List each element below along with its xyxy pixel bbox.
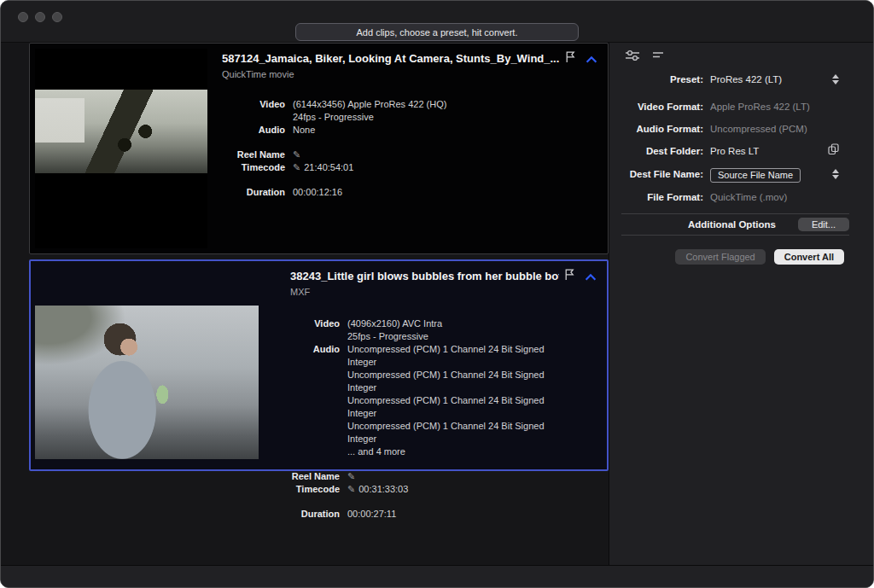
- audio-format-row: Audio Format: Uncompressed (PCM): [609, 121, 873, 137]
- titlebar: Add clips, choose a preset, hit convert.: [1, 1, 873, 42]
- audio-line: Uncompressed (PCM) 1 Channel 24 Bit Sign…: [347, 369, 559, 394]
- video-format-label: Video Format:: [621, 102, 703, 112]
- clip-container-format: QuickTime movie: [222, 69, 560, 79]
- spacer: [222, 137, 560, 148]
- edit-pencil-icon[interactable]: ✎: [293, 148, 300, 161]
- audio-label: Audio: [290, 343, 340, 458]
- clip-card[interactable]: 587124_Jamaica, Biker, Looking At Camera…: [29, 43, 609, 254]
- traffic-lights: [18, 12, 62, 22]
- spacer: [290, 458, 559, 470]
- clip-metadata: Video (6144x3456) Apple ProRes 422 (HQ) …: [222, 98, 560, 199]
- reveal-folder-icon[interactable]: [828, 143, 839, 159]
- edit-pencil-icon[interactable]: ✎: [347, 470, 355, 483]
- sort-list-icon[interactable]: [652, 49, 665, 65]
- dest-file-name-select[interactable]: Source File Name: [710, 168, 801, 183]
- video-label: Video: [290, 317, 340, 343]
- duration-value: 00:00:27:11: [347, 508, 559, 521]
- video-line: (6144x3456) Apple ProRes 422 (HQ): [293, 98, 560, 111]
- file-format-label: File Format:: [621, 192, 703, 202]
- audio-format-label: Audio Format:: [621, 124, 703, 134]
- preset-label: Preset:: [621, 74, 703, 84]
- video-line: 25fps - Progressive: [347, 330, 559, 343]
- inspector-panel: Preset: ProRes 422 (LT) Video Format: Ap…: [609, 42, 873, 565]
- timecode-text: 21:40:54:01: [304, 162, 353, 172]
- clip-list-area: 587124_Jamaica, Biker, Looking At Camera…: [1, 42, 609, 565]
- audio-line: Uncompressed (PCM) 1 Channel 24 Bit Sign…: [347, 394, 559, 420]
- duration-label: Duration: [290, 508, 340, 521]
- audio-label: Audio: [222, 124, 285, 137]
- additional-options-bar: Additional Options Edit...: [621, 213, 849, 236]
- reel-name-value: ✎: [347, 470, 559, 483]
- file-format-value: QuickTime (.mov): [710, 192, 832, 202]
- timecode-value: ✎21:40:54:01: [293, 161, 560, 174]
- close-button[interactable]: [18, 12, 28, 22]
- convert-buttons: Convert Flagged Convert All: [609, 249, 844, 265]
- audio-line: None: [293, 124, 560, 137]
- video-format-row: Video Format: Apple ProRes 422 (LT): [609, 99, 873, 114]
- minimize-button[interactable]: [35, 12, 45, 22]
- video-line: (4096x2160) AVC Intra: [347, 317, 559, 330]
- main-area: 587124_Jamaica, Biker, Looking At Camera…: [1, 42, 873, 565]
- convert-flagged-button[interactable]: Convert Flagged: [675, 249, 765, 265]
- clip-container-format: MXF: [290, 287, 559, 297]
- sliders-icon[interactable]: [625, 49, 640, 65]
- dest-file-name-label: Dest File Name:: [621, 169, 703, 179]
- audio-format-value: Uncompressed (PCM): [710, 124, 832, 134]
- clip-metadata: Video (4096x2160) AVC Intra 25fps - Prog…: [290, 317, 559, 521]
- reel-name-label: Reel Name: [222, 148, 285, 161]
- clip-info: 587124_Jamaica, Biker, Looking At Camera…: [30, 44, 608, 253]
- duration-value: 00:00:12:16: [293, 186, 560, 199]
- inspector-fields: Preset: ProRes 422 (LT) Video Format: Ap…: [609, 43, 873, 205]
- additional-options-label: Additional Options: [688, 219, 776, 230]
- window-bottom-strip: [1, 565, 873, 587]
- reel-name-value: ✎: [293, 148, 560, 161]
- duration-label: Duration: [222, 186, 285, 199]
- edit-button[interactable]: Edit...: [798, 218, 849, 231]
- video-info: (6144x3456) Apple ProRes 422 (HQ) 24fps …: [293, 98, 560, 124]
- timecode-value: ✎00:31:33:03: [347, 483, 559, 496]
- toolbar-message: Add clips, choose a preset, hit convert.: [295, 23, 579, 41]
- preset-stepper-icon[interactable]: [832, 74, 839, 84]
- clip-info: 38243_Little girl blows bubbles from her…: [31, 261, 607, 469]
- preset-value[interactable]: ProRes 422 (LT): [710, 74, 825, 84]
- spacer: [290, 496, 559, 508]
- reel-name-label: Reel Name: [290, 470, 340, 483]
- edit-pencil-icon[interactable]: ✎: [293, 161, 300, 174]
- spacer: [222, 174, 560, 186]
- clip-card-selected[interactable]: 38243_Little girl blows bubbles from her…: [29, 259, 609, 471]
- dest-folder-row: Dest Folder: Pro Res LT: [609, 143, 873, 159]
- video-format-value: Apple ProRes 422 (LT): [710, 102, 832, 112]
- audio-line: ... and 4 more: [347, 445, 559, 458]
- dest-folder-label: Dest Folder:: [621, 146, 703, 156]
- edit-pencil-icon[interactable]: ✎: [347, 483, 355, 496]
- video-info: (4096x2160) AVC Intra 25fps - Progressiv…: [347, 317, 559, 343]
- dest-file-name-row: Dest File Name: Source File Name: [609, 166, 873, 183]
- clip-title: 38243_Little girl blows bubbles from her…: [290, 270, 559, 282]
- audio-line: Uncompressed (PCM) 1 Channel 24 Bit Sign…: [347, 343, 559, 369]
- zoom-button[interactable]: [52, 12, 62, 22]
- convert-all-button[interactable]: Convert All: [774, 249, 844, 265]
- timecode-label: Timecode: [290, 483, 340, 496]
- timecode-label: Timecode: [222, 161, 285, 174]
- audio-line: Uncompressed (PCM) 1 Channel 24 Bit Sign…: [347, 420, 559, 445]
- audio-info: None: [293, 124, 560, 137]
- timecode-text: 00:31:33:03: [358, 484, 408, 494]
- video-label: Video: [222, 98, 285, 124]
- dest-file-name-stepper-icon[interactable]: [832, 169, 839, 179]
- audio-info: Uncompressed (PCM) 1 Channel 24 Bit Sign…: [347, 343, 559, 458]
- file-format-row: File Format: QuickTime (.mov): [609, 189, 873, 205]
- dest-folder-value[interactable]: Pro Res LT: [710, 146, 821, 156]
- video-line: 24fps - Progressive: [293, 111, 560, 124]
- preset-row: Preset: ProRes 422 (LT): [609, 72, 873, 87]
- inspector-toolbar: [625, 49, 665, 65]
- clip-title: 587124_Jamaica, Biker, Looking At Camera…: [222, 52, 560, 65]
- app-window: Add clips, choose a preset, hit convert.: [0, 0, 874, 588]
